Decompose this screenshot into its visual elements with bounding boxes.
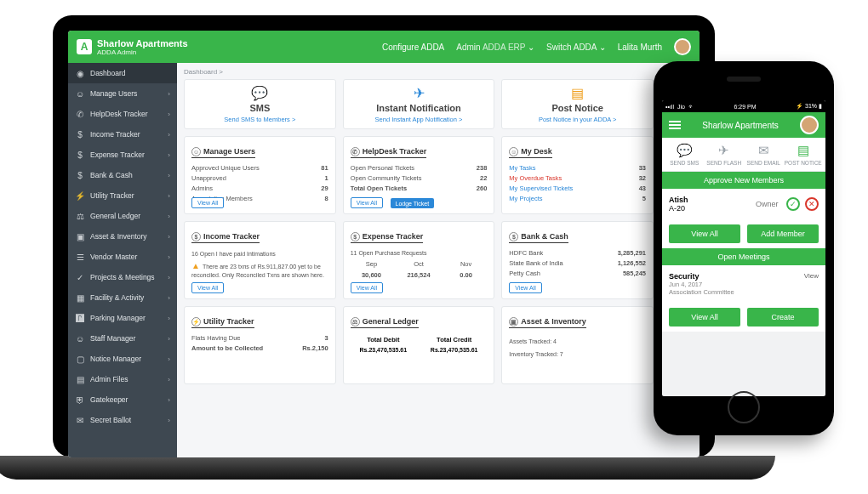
hero-title: Post Notice (509, 103, 646, 113)
sidebar-item-secret-ballot[interactable]: ✉Secret Ballot› (68, 410, 177, 430)
view-link[interactable]: View (804, 272, 819, 280)
sidebar-item-facility-activity[interactable]: ▦Facility & Activity› (68, 287, 177, 308)
hero-link[interactable]: Send Instant App Notification > (351, 116, 488, 123)
view-all-button[interactable]: View All (669, 224, 740, 243)
chevron-right-icon: › (168, 274, 170, 281)
wifi-icon: ᯤ (688, 104, 694, 110)
quick-label: POST NOTICE (785, 160, 823, 166)
menu-icon[interactable] (669, 121, 681, 129)
sidebar-item-notice-manager[interactable]: ▢Notice Manager› (68, 349, 177, 369)
data-row: My Tasks33 (509, 162, 646, 173)
quick-send-flash[interactable]: ✈SEND FLASH (705, 143, 744, 166)
sidebar-icon: ✆ (75, 109, 85, 119)
reject-icon[interactable]: ✕ (805, 197, 819, 211)
sidebar-item-bank-cash[interactable]: $Bank & Cash› (68, 165, 177, 185)
view-all-button[interactable]: View All (351, 282, 383, 293)
phone-screen: ••ıll Jio ᯤ 6:29 PM ⚡ 31% ▮ Sharlow Apar… (662, 100, 825, 396)
sidebar-label: Admin Files (90, 375, 128, 383)
signal-icon: ••ıll (665, 104, 674, 110)
sidebar-item-gatekeeper[interactable]: ⛨Gatekeeper› (68, 389, 177, 410)
status-time: 6:29 PM (698, 104, 792, 110)
data-row: Admins29 (191, 183, 328, 193)
sidebar-item-parking-manager[interactable]: 🅿Parking Manager› (68, 308, 177, 328)
sidebar-icon: $ (75, 150, 85, 160)
sidebar-label: Utility Tracker (90, 191, 134, 200)
nav-switch[interactable]: Switch ADDA ⌄ (546, 43, 606, 52)
sidebar-item-income-tracker[interactable]: $Income Tracker› (68, 124, 177, 145)
card-my-desk: ☺My Desk My Tasks33My Overdue Tasks32My … (501, 136, 654, 214)
sidebar-item-asset-inventory[interactable]: ▣Asset & Inventory› (68, 226, 177, 247)
sidebar-item-helpdesk-tracker[interactable]: ✆HelpDesk Tracker› (68, 104, 177, 124)
chevron-right-icon: › (168, 192, 170, 200)
approve-header: Approve New Members (662, 172, 825, 189)
sidebar-item-vendor-master[interactable]: ☰Vendor Master› (68, 247, 177, 267)
nav-user[interactable]: Lalita Murth (618, 43, 662, 52)
hero-icon: ▤ (509, 85, 646, 101)
data-row: HDFC Bank3,285,291 (509, 247, 646, 258)
sidebar-label: Staff Manager (90, 334, 135, 343)
status-bar: ••ıll Jio ᯤ 6:29 PM ⚡ 31% ▮ (662, 100, 825, 112)
create-button[interactable]: Create (747, 308, 819, 326)
quick-send-email[interactable]: ✉SEND EMAIL (745, 143, 783, 166)
sidebar: ◉Dashboard☺Manage Users›✆HelpDesk Tracke… (68, 63, 177, 457)
phone-title: Sharlow Apartments (688, 121, 793, 130)
hero-post-notice[interactable]: ▤Post NoticePost Notice in your ADDA > (501, 79, 654, 129)
sidebar-item-staff-manager[interactable]: ☺Staff Manager› (68, 328, 177, 349)
member-row: Atish A-20 Owner ✓ ✕ (662, 189, 825, 219)
headset-icon: ✆ (351, 147, 360, 156)
nav-configure[interactable]: Configure ADDA (382, 43, 444, 52)
sidebar-icon: ☰ (75, 252, 85, 262)
card-manage-users: ☺Manage Users Approved Unique Users81Una… (184, 136, 336, 214)
hero-link[interactable]: Send SMS to Members > (191, 116, 328, 123)
sidebar-item-manage-users[interactable]: ☺Manage Users› (68, 83, 177, 104)
quick-send-sms[interactable]: 💬SEND SMS (665, 143, 704, 166)
avatar[interactable] (674, 38, 691, 55)
sidebar-item-general-ledger[interactable]: ⚖General Ledger› (68, 206, 177, 226)
sidebar-label: Parking Manager (90, 314, 146, 322)
hero-link[interactable]: Post Notice in your ADDA > (509, 116, 646, 123)
sidebar-item-projects-meetings[interactable]: ✓Projects & Meetings› (68, 267, 177, 287)
sidebar-item-dashboard[interactable]: ◉Dashboard (68, 63, 177, 83)
hero-instant-notification[interactable]: ✈Instant NotificationSend Instant App No… (343, 79, 495, 129)
meetings-header: Open Meetings (662, 248, 825, 265)
add-member-button[interactable]: Add Member (747, 224, 819, 243)
lodge-ticket-button[interactable]: Lodge Ticket (391, 198, 435, 208)
sidebar-item-utility-tracker[interactable]: ⚡Utility Tracker› (68, 185, 177, 206)
sidebar-icon: ▤ (75, 374, 85, 384)
expense-note: 11 Open Purchase Requests (351, 249, 488, 257)
sidebar-item-admin-files[interactable]: ▤Admin Files› (68, 369, 177, 389)
warning-icon: ▲ (191, 261, 200, 270)
quick-icon: ✉ (745, 143, 783, 158)
quick-post-notice[interactable]: ▤POST NOTICE (785, 143, 823, 166)
avatar[interactable] (800, 116, 819, 134)
expense-icon: $ (351, 232, 360, 241)
sidebar-icon: ▢ (75, 354, 85, 364)
view-all-button[interactable]: View All (509, 282, 541, 293)
sidebar-label: Income Tracker (90, 130, 140, 139)
view-all-button[interactable]: View All (191, 282, 224, 293)
data-row: My Projects5 (509, 193, 646, 203)
sidebar-icon: $ (75, 129, 85, 139)
card-expense: $Expense Tracker 11 Open Purchase Reques… (343, 221, 495, 299)
income-note: 16 Open I have paid Intimations (191, 250, 328, 258)
view-all-button[interactable]: View All (351, 197, 383, 208)
users-icon: ☺ (191, 147, 201, 156)
nav-admin[interactable]: Admin ADDA ERP ⌄ (456, 43, 534, 52)
sidebar-icon: ⛨ (75, 395, 85, 405)
sidebar-label: Secret Ballot (90, 416, 131, 424)
quick-label: SEND FLASH (705, 160, 744, 166)
income-icon: $ (191, 232, 201, 241)
view-all-button[interactable]: View All (669, 308, 740, 326)
app-name: Sharlow Apartments (97, 38, 188, 48)
hero-sms[interactable]: 💬SMSSend SMS to Members > (184, 79, 336, 129)
approve-icon[interactable]: ✓ (786, 197, 800, 211)
hero-row: 💬SMSSend SMS to Members >✈Instant Notifi… (184, 79, 654, 129)
view-all-button[interactable]: View All (191, 197, 224, 208)
quick-actions: 💬SEND SMS✈SEND FLASH✉SEND EMAIL▤POST NOT… (662, 138, 825, 172)
quick-label: SEND EMAIL (745, 160, 783, 166)
chevron-right-icon: › (168, 111, 170, 118)
sidebar-item-expense-tracker[interactable]: $Expense Tracker› (68, 145, 177, 165)
sidebar-label: Asset & Inventory (90, 232, 147, 241)
top-bar: A Sharlow Apartments ADDA Admin Configur… (68, 31, 700, 63)
card-helpdesk: ✆HelpDesk Tracker Open Personal Tickets2… (343, 136, 495, 214)
